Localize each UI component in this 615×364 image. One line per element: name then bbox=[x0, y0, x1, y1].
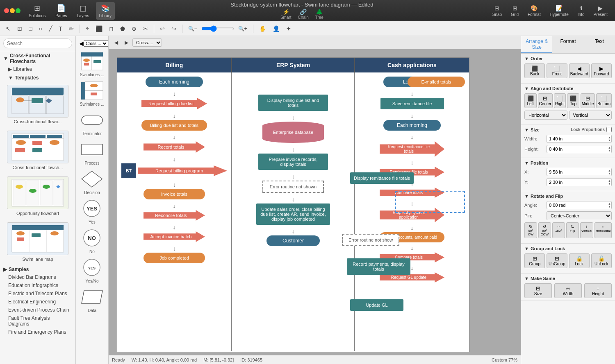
shape-yes-no[interactable]: YES Yes/No bbox=[77, 257, 107, 283]
pin-select[interactable]: Center-Center bbox=[547, 211, 612, 220]
flip-btn[interactable]: ⇅Flip bbox=[566, 222, 579, 238]
front-btn[interactable]: ⬜ Front bbox=[547, 63, 567, 78]
flip-vert[interactable]: ↕Vertical bbox=[580, 222, 593, 238]
snap-btn[interactable]: ⊟Snap bbox=[489, 3, 505, 18]
invoice-totals-node[interactable]: Invoice totals bbox=[144, 189, 205, 199]
height-up[interactable]: ▲ bbox=[608, 146, 611, 149]
y-input[interactable] bbox=[547, 178, 612, 186]
width-up[interactable]: ▲ bbox=[608, 136, 611, 139]
each-morning-2-node[interactable]: Each morning bbox=[383, 120, 441, 131]
undo-btn[interactable]: ↩ bbox=[157, 24, 167, 33]
request-billing-node[interactable]: Request billing due list bbox=[141, 98, 207, 109]
template-swim-lane[interactable]: Swim lane map bbox=[0, 219, 75, 265]
error-routine-1-node[interactable]: Error routine not shown bbox=[262, 181, 324, 193]
tree-libraries[interactable]: ▶ Libraries bbox=[0, 65, 75, 73]
accept-invoice-node[interactable]: Accept invoice batch bbox=[144, 231, 205, 242]
info-btn[interactable]: ℹInfo bbox=[574, 3, 588, 18]
height-input[interactable] bbox=[547, 145, 612, 153]
shape-no[interactable]: NO No bbox=[77, 228, 107, 254]
request-billing-prog-node[interactable]: Request billing program bbox=[138, 165, 227, 176]
make-same-title[interactable]: ▼ Make Same bbox=[524, 276, 612, 281]
tree-btn[interactable]: 🌲Tree bbox=[315, 9, 323, 20]
shape-process[interactable]: Process bbox=[77, 139, 107, 165]
update-sales-node[interactable]: Update sales order, close billing due li… bbox=[256, 203, 330, 225]
shape-category-select[interactable]: Cross-... bbox=[84, 40, 108, 47]
align-top-btn[interactable]: ⬛Top bbox=[567, 93, 579, 108]
template-cross-func-1[interactable]: Cross-functional flowc... bbox=[0, 81, 75, 127]
same-width-btn[interactable]: ⇿Width bbox=[554, 283, 582, 298]
request-remittance-node[interactable]: Request remittance file totals bbox=[380, 141, 444, 157]
select-tool[interactable]: ↖ bbox=[3, 24, 13, 33]
page-selector[interactable]: Cross-... bbox=[132, 38, 162, 47]
rotate-90cw[interactable]: ↻90° CW bbox=[524, 222, 537, 238]
request-payment-node[interactable]: Request payment application bbox=[380, 208, 444, 222]
library-btn[interactable]: 📚Library bbox=[96, 2, 115, 20]
job-completed-node[interactable]: Job completed bbox=[144, 253, 205, 263]
forward-btn[interactable]: ▶ Forward bbox=[591, 63, 612, 78]
record-totals-node[interactable]: Record totals bbox=[144, 141, 205, 153]
enterprise-db-node[interactable]: Enterprise database bbox=[262, 122, 324, 143]
tree-templates[interactable]: ▼ Templates bbox=[0, 73, 75, 81]
person-tool[interactable]: 👤 bbox=[270, 24, 282, 33]
shape2-tool[interactable]: ⬟ bbox=[118, 24, 128, 33]
grid-btn[interactable]: ⊞Grid bbox=[508, 3, 522, 18]
template-opportunity[interactable]: Opportunity flowchart bbox=[0, 173, 75, 219]
shape-terminator[interactable]: Terminator bbox=[77, 110, 107, 136]
zoom-out-btn[interactable]: 🔍− bbox=[186, 25, 200, 33]
rotate-180[interactable]: ↔180° bbox=[552, 222, 565, 238]
align-right-btn[interactable]: ⬜Right bbox=[554, 93, 566, 108]
ellipse-tool[interactable]: ○ bbox=[36, 24, 44, 33]
record-payments-node[interactable]: Record payments, display totals bbox=[347, 258, 410, 275]
emailed-totals-node[interactable]: E-mailed totals bbox=[408, 77, 465, 87]
rect-select-tool[interactable]: ⊡ bbox=[15, 24, 25, 33]
pen-tool[interactable]: ✏ bbox=[66, 24, 76, 33]
size-title[interactable]: ▼ Size Lock Proportions bbox=[524, 127, 612, 132]
maximize-btn[interactable] bbox=[16, 8, 20, 13]
event-driven[interactable]: Event-driven Process Chain bbox=[0, 306, 75, 314]
display-billing-node[interactable]: Display billing due list and totals bbox=[258, 95, 328, 111]
same-height-btn[interactable]: ↕Height bbox=[584, 283, 612, 298]
same-size-btn[interactable]: ⊞Size bbox=[524, 283, 552, 298]
redo-btn[interactable]: ↪ bbox=[169, 24, 179, 33]
nav-back[interactable]: ◀ bbox=[79, 40, 84, 47]
billing-due-node[interactable]: Billing due list and totals bbox=[141, 120, 207, 131]
wand-tool[interactable]: ✦ bbox=[284, 24, 294, 33]
tab-arrange[interactable]: Arrange & Size bbox=[521, 36, 552, 53]
rotate-90ccw[interactable]: ↺90° CCW bbox=[538, 222, 551, 238]
zoom-in-btn[interactable]: 🔍+ bbox=[236, 25, 250, 33]
canvas[interactable]: Billing ERP System Cash applications Eac… bbox=[109, 49, 521, 355]
update-gl-node[interactable]: Update GL bbox=[350, 299, 403, 311]
bt-node[interactable]: BT bbox=[121, 163, 136, 178]
electric-telecom[interactable]: Electric and Telecom Plans bbox=[0, 289, 75, 298]
compare-totals-1-node[interactable]: Compare totals bbox=[380, 188, 444, 198]
angle-input[interactable] bbox=[547, 201, 612, 209]
width-down[interactable]: ▼ bbox=[608, 139, 611, 142]
lock-btn[interactable]: 🔒Lock bbox=[569, 253, 590, 268]
hand-tool[interactable]: ✋ bbox=[257, 24, 269, 33]
rotate-title[interactable]: ▼ Rotate and Flip bbox=[524, 194, 612, 199]
y-up[interactable]: ▲ bbox=[608, 179, 611, 182]
position-title[interactable]: ▼ Position bbox=[524, 161, 612, 165]
align-v-select[interactable]: Vertical bbox=[569, 111, 612, 120]
lock-prop-check[interactable] bbox=[606, 127, 612, 132]
angle-up[interactable]: ▲ bbox=[608, 202, 611, 205]
prepare-invoice-node[interactable]: Prepare invoice records, display totals bbox=[258, 154, 328, 170]
shape-swimlanes-2[interactable]: Swimlanes ... bbox=[77, 80, 107, 106]
each-morning-node[interactable]: Each morning bbox=[146, 77, 203, 87]
smart-btn[interactable]: ⚡Smart bbox=[280, 9, 292, 20]
samples-section[interactable]: ▶ Samples bbox=[0, 265, 75, 273]
present-btn[interactable]: ▶Present bbox=[590, 3, 611, 18]
group-title[interactable]: ▼ Group and Lock bbox=[524, 246, 612, 251]
electrical-engineering[interactable]: Electrical Engineering bbox=[0, 298, 75, 306]
x-down[interactable]: ▼ bbox=[608, 172, 611, 175]
group-btn[interactable]: ⊞Group bbox=[524, 253, 545, 268]
close-btn[interactable] bbox=[4, 8, 9, 13]
order-title[interactable]: ▼ Order bbox=[524, 56, 612, 61]
canvas-nav-back[interactable]: ◀ bbox=[112, 38, 121, 47]
template-cross-func-2[interactable]: Cross-functional flowch... bbox=[0, 127, 75, 173]
solutions-btn[interactable]: ⊞Solutions bbox=[25, 2, 49, 20]
reconcile-totals-node[interactable]: Reconcile totals bbox=[144, 210, 205, 221]
align-center-btn[interactable]: ⊟Center bbox=[538, 93, 553, 108]
y-down[interactable]: ▼ bbox=[608, 182, 611, 185]
height-down[interactable]: ▼ bbox=[608, 149, 611, 152]
